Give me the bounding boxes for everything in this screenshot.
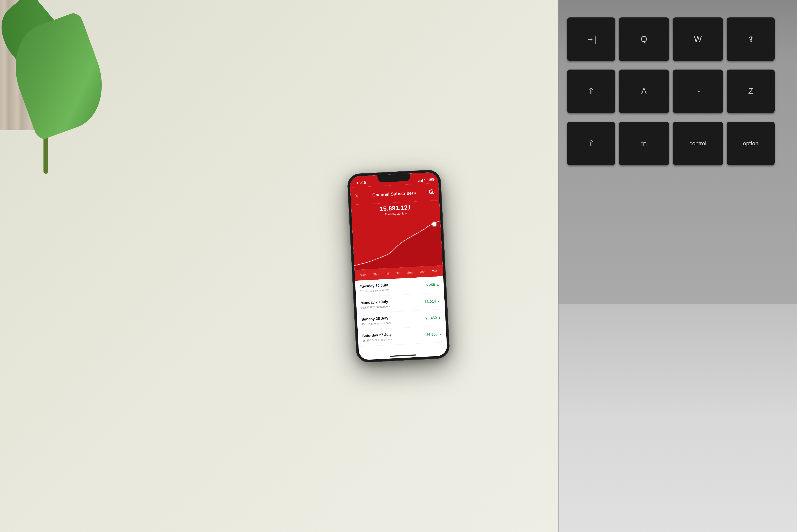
key-a[interactable]: A [619,70,669,113]
row-value-4: 26.563 [426,332,438,337]
key-fn[interactable]: fn [619,122,669,165]
phone-screen: 13:10 [349,172,448,360]
chart-area: 15.891.121 Tuesday 30 July [351,200,442,270]
laptop-trackpad-area [559,304,797,532]
key-tab[interactable]: →| [567,17,615,61]
day-fri[interactable]: Fri [385,272,389,276]
status-icons [418,178,434,182]
plant-decoration [0,0,109,174]
close-button[interactable]: ✕ [355,193,359,199]
row-value-1: 5.258 [426,282,435,287]
phone-body: 13:10 [347,169,450,363]
svg-rect-0 [429,190,434,193]
phone: 13:10 [347,169,450,363]
phone-notch [377,173,411,183]
svg-point-1 [431,191,433,192]
day-thu[interactable]: Thu [373,272,379,276]
key-tilde[interactable]: ~ [673,70,723,113]
status-time: 13:10 [354,180,366,186]
arrow-up-icon-2: ▲ [437,299,440,303]
line-chart [352,217,442,270]
arrow-up-icon-3: ▲ [438,316,441,319]
key-shift-left[interactable]: ⇧ [567,70,615,113]
row-value-3: 20.480 [425,316,437,320]
key-option[interactable]: option [727,122,775,165]
key-control[interactable]: control [673,122,723,165]
arrow-up-icon-1: ▲ [436,283,439,286]
chart-stats: 15.891.121 Tuesday 30 July [351,202,440,218]
camera-button[interactable] [429,189,435,195]
laptop: →| Q W ⇪ ⇧ A ~ Z [558,0,797,532]
key-q[interactable]: Q [619,17,669,61]
arrow-up-icon-4: ▲ [439,332,442,336]
key-shift-right[interactable]: ⇧ [567,122,615,165]
day-wed[interactable]: Wed [360,273,366,277]
keyboard-area: →| Q W ⇪ ⇧ A ~ Z [559,0,797,304]
battery-icon [429,178,434,181]
data-list: Tuesday 30 July 15.891.121 subscribers 5… [355,276,447,354]
day-sat[interactable]: Sat [396,271,400,275]
day-mon[interactable]: Mon [419,270,425,273]
chart-endpoint-dot [432,222,436,226]
key-z[interactable]: Z [727,70,775,113]
wifi-icon [424,178,428,182]
day-tue[interactable]: Tue [432,269,437,273]
key-w[interactable]: W [673,17,723,61]
signal-icon [418,178,423,182]
day-sun[interactable]: Sun [407,270,413,274]
key-caps[interactable]: ⇪ [727,17,775,61]
home-indicator [390,354,416,357]
row-value-2: 11.014 [424,299,436,304]
screen-title: Channel Subscribers [372,190,416,197]
